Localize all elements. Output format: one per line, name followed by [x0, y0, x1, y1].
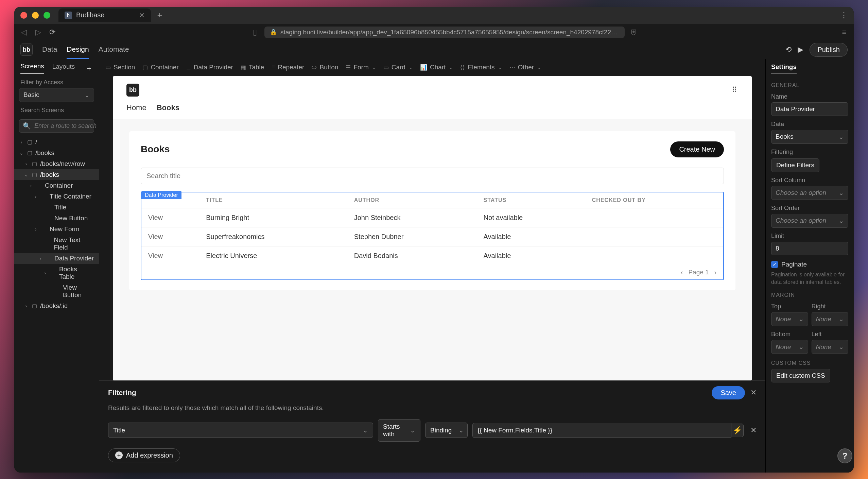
- access-select[interactable]: Basic ⌄: [19, 88, 94, 102]
- filter-type-select[interactable]: Binding ⌄: [425, 423, 468, 438]
- preview-search-input[interactable]: [141, 168, 724, 184]
- component-container[interactable]: ▢Container: [142, 64, 178, 71]
- component-section[interactable]: ▭Section: [105, 64, 135, 71]
- play-icon[interactable]: ▶: [798, 45, 803, 54]
- tree-item[interactable]: ›▢/books/new/row: [14, 158, 99, 169]
- tree-item[interactable]: ›▢/: [14, 137, 99, 148]
- tree-item[interactable]: New Text Field: [14, 235, 99, 253]
- browser-tab[interactable]: b Budibase ✕: [58, 8, 151, 22]
- search-screens[interactable]: 🔍 ✕: [19, 119, 94, 133]
- nav-data[interactable]: Data: [42, 40, 57, 59]
- name-input[interactable]: [771, 102, 848, 116]
- hamburger-icon[interactable]: ≡: [839, 28, 849, 37]
- nav-automate[interactable]: Automate: [99, 40, 129, 59]
- nav-reload-icon[interactable]: ⟳: [48, 28, 57, 37]
- tree-item[interactable]: Title: [14, 202, 99, 213]
- tree-item-label: Title: [54, 204, 66, 211]
- component-repeater[interactable]: ≡Repeater: [272, 64, 304, 71]
- tab-screens[interactable]: Screens: [20, 63, 44, 74]
- component-label: Data Provider: [194, 64, 233, 71]
- define-filters-button[interactable]: Define Filters: [771, 158, 819, 172]
- tree-item[interactable]: ⌄▢/books: [14, 169, 99, 180]
- component-data-provider[interactable]: ≣Data Provider: [186, 64, 233, 71]
- paginate-checkbox[interactable]: ✓: [771, 261, 778, 268]
- component-table[interactable]: ▦Table: [241, 64, 264, 71]
- component-other[interactable]: ⋯Other⌄: [509, 64, 541, 71]
- close-icon[interactable]: ✕: [750, 388, 757, 397]
- tree-item[interactable]: New Button: [14, 213, 99, 224]
- apps-grid-icon[interactable]: ⠿: [732, 86, 738, 95]
- tree-item[interactable]: View Button: [14, 282, 99, 301]
- component-label: Form: [353, 64, 368, 71]
- filter-operator-select[interactable]: Starts with ⌄: [378, 419, 420, 442]
- margin-right-select[interactable]: None⌄: [812, 312, 849, 326]
- help-button[interactable]: ?: [837, 448, 852, 463]
- margin-bottom-label: Bottom: [771, 331, 808, 338]
- nav-design[interactable]: Design: [67, 40, 89, 59]
- table-row[interactable]: ViewElectric UniverseDavid BodanisAvaila…: [141, 246, 723, 265]
- preview-nav-books[interactable]: Books: [157, 103, 179, 112]
- bookmark-icon[interactable]: ▯: [250, 28, 260, 37]
- save-button[interactable]: Save: [712, 386, 745, 399]
- tree-item[interactable]: ›Title Container: [14, 191, 99, 202]
- new-tab-button[interactable]: +: [157, 10, 162, 20]
- url-bar[interactable]: 🔒 staging.budi.live/builder/app/app_dev_…: [264, 27, 625, 38]
- limit-input[interactable]: [771, 242, 848, 255]
- tree-item[interactable]: ›New Form: [14, 224, 99, 235]
- pager-next-icon[interactable]: ›: [714, 269, 716, 276]
- view-cell[interactable]: View: [141, 246, 199, 265]
- filter-value-input[interactable]: {{ New Form.Fields.Title }}: [472, 423, 731, 438]
- nav-back-icon[interactable]: ◁: [19, 28, 29, 37]
- tab-settings[interactable]: Settings: [771, 63, 797, 73]
- tab-layouts[interactable]: Layouts: [52, 63, 75, 74]
- section-general: GENERAL: [771, 82, 848, 88]
- margin-top-select[interactable]: None⌄: [771, 312, 808, 326]
- tree-item[interactable]: ›Container: [14, 180, 99, 191]
- margin-left-select[interactable]: None⌄: [812, 340, 849, 354]
- tree-item[interactable]: ›Data Provider: [14, 253, 99, 264]
- sort-column-select[interactable]: Choose an option ⌄: [771, 186, 848, 200]
- bb-logo[interactable]: bb: [20, 44, 33, 56]
- window-maximize[interactable]: [44, 12, 50, 19]
- window-minimize[interactable]: [32, 12, 39, 19]
- filter-field-select[interactable]: Title ⌄: [108, 423, 373, 438]
- undo-icon[interactable]: ⟲: [785, 45, 792, 54]
- tree-item[interactable]: ›▢/books/:id: [14, 301, 99, 311]
- sort-order-value: Choose an option: [776, 217, 826, 224]
- window-close[interactable]: [20, 12, 27, 19]
- tree-item-label: /books/new/row: [40, 160, 85, 168]
- publish-button[interactable]: Publish: [810, 43, 848, 57]
- tab-close-icon[interactable]: ✕: [139, 11, 145, 19]
- browser-menu-icon[interactable]: ⋮: [840, 11, 848, 20]
- section-custom-css: CUSTOM CSS: [771, 360, 848, 366]
- sort-order-select[interactable]: Choose an option ⌄: [771, 214, 848, 228]
- pager-prev-icon[interactable]: ‹: [681, 269, 683, 276]
- chevron-down-icon: ⌄: [498, 65, 502, 70]
- component-icon: ▦: [241, 64, 246, 71]
- component-button[interactable]: ⬭Button: [312, 64, 338, 71]
- remove-filter-icon[interactable]: ✕: [750, 426, 757, 435]
- create-new-button[interactable]: Create New: [670, 141, 724, 157]
- data-provider-box[interactable]: TITLEAUTHORSTATUSCHECKED OUT BY ViewBurn…: [141, 192, 724, 280]
- preview-nav-home[interactable]: Home: [126, 103, 146, 112]
- margin-bottom-select[interactable]: None⌄: [771, 340, 808, 354]
- binding-icon[interactable]: ⚡: [731, 424, 744, 437]
- status-cell: Not available: [477, 208, 585, 227]
- component-elements[interactable]: ⟨⟩Elements⌄: [460, 64, 502, 71]
- tree-item[interactable]: ›Books Table: [14, 264, 99, 282]
- tree-item[interactable]: ⌄▢/books: [14, 148, 99, 158]
- component-form[interactable]: ☰Form⌄: [346, 64, 376, 71]
- caret-icon: ⌄: [19, 150, 24, 156]
- edit-custom-css-button[interactable]: Edit custom CSS: [771, 369, 830, 382]
- view-cell[interactable]: View: [141, 227, 199, 246]
- chevron-down-icon: ⌄: [838, 133, 844, 141]
- add-screen-icon[interactable]: ＋: [85, 63, 93, 73]
- add-expression-button[interactable]: + Add expression: [108, 448, 180, 462]
- data-select[interactable]: Books ⌄: [771, 130, 848, 144]
- table-row[interactable]: ViewSuperfreakonomicsStephen DubnerAvail…: [141, 227, 723, 246]
- shield-icon[interactable]: ⛨: [629, 28, 639, 37]
- table-row[interactable]: ViewBurning BrightJohn SteinbeckNot avai…: [141, 208, 723, 227]
- component-chart[interactable]: 📊Chart⌄: [420, 64, 453, 71]
- component-card[interactable]: ▭Card⌄: [383, 64, 413, 71]
- view-cell[interactable]: View: [141, 208, 199, 227]
